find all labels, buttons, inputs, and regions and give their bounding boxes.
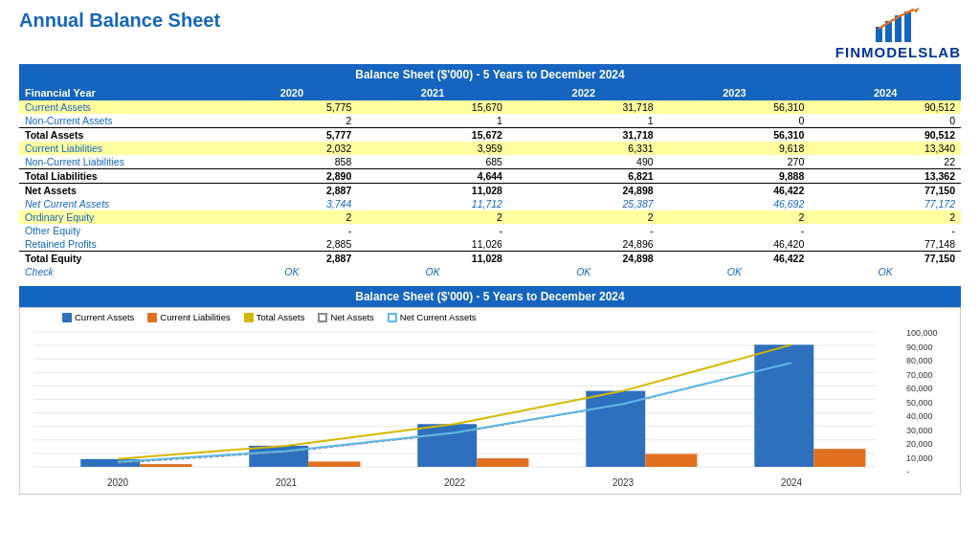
chart-svg: 20202021202220232024 <box>24 326 904 494</box>
y-axis-label: 30,000 <box>906 426 938 435</box>
table-row: Total Liabilities <box>19 169 226 184</box>
y-axis-label: 10,000 <box>906 453 938 463</box>
logo-area: FINMODELSLAB <box>835 8 961 60</box>
svg-text:2023: 2023 <box>612 477 635 488</box>
table-cell: 2,887 <box>226 184 357 198</box>
chart-section: Balance Sheet ($'000) - 5 Years to Decem… <box>19 286 961 495</box>
table-cell: - <box>810 224 961 237</box>
table-header-bar: Balance Sheet ($'000) - 5 Years to Decem… <box>19 64 961 85</box>
table-row: Ordinary Equity <box>19 210 226 224</box>
svg-rect-24 <box>645 453 697 467</box>
table-row: Current Liabilities <box>19 142 226 155</box>
table-section: Balance Sheet ($'000) - 5 Years to Decem… <box>19 64 961 278</box>
y-axis-label: 20,000 <box>906 439 938 449</box>
table-cell: 490 <box>508 155 659 169</box>
legend-item: Current Assets <box>62 312 134 322</box>
table-cell: 56,310 <box>659 100 811 114</box>
table-cell: 11,026 <box>357 237 508 252</box>
svg-rect-21 <box>140 464 191 467</box>
table-cell: 90,512 <box>810 100 961 114</box>
col-header-label: Financial Year <box>19 85 226 100</box>
svg-text:2022: 2022 <box>444 477 466 488</box>
table-cell: OK <box>226 265 357 278</box>
table-cell: 685 <box>357 155 508 169</box>
table-cell: 31,718 <box>508 128 659 143</box>
table-cell: 24,898 <box>508 252 659 266</box>
header-area: Annual Balance Sheet FINMODELSLAB <box>19 8 961 60</box>
table-cell: 9,618 <box>659 142 811 155</box>
y-axis-label: 90,000 <box>906 342 938 352</box>
table-cell: 46,422 <box>659 252 811 266</box>
y-axis-label: 80,000 <box>906 356 938 365</box>
table-cell: 0 <box>659 114 811 128</box>
logo-icon <box>874 8 922 44</box>
y-axis-label: 60,000 <box>906 384 938 393</box>
logo-text: FINMODELSLAB <box>835 44 961 60</box>
table-cell: OK <box>810 265 961 278</box>
table-cell: 77,172 <box>810 197 961 210</box>
table-cell: 2 <box>810 210 961 224</box>
table-cell: 77,150 <box>810 252 961 266</box>
svg-rect-23 <box>477 458 528 467</box>
table-cell: 0 <box>810 114 961 128</box>
legend-item: Net Assets <box>318 312 373 322</box>
table-cell: 6,821 <box>508 169 659 184</box>
page: Annual Balance Sheet FINMODELSLAB Balanc… <box>0 0 980 552</box>
svg-rect-25 <box>813 449 865 467</box>
col-header-2022: 2022 <box>508 85 659 100</box>
legend-item: Total Assets <box>244 312 305 322</box>
table-cell: - <box>226 224 357 237</box>
chart-legend: Current AssetsCurrent LiabilitiesTotal A… <box>24 312 956 322</box>
table-cell: 15,670 <box>357 100 508 114</box>
table-cell: 1 <box>508 114 659 128</box>
table-cell: - <box>508 224 659 237</box>
table-cell: 2 <box>357 210 508 224</box>
table-cell: 56,310 <box>659 128 811 143</box>
table-row: Non-Current Liabilities <box>19 155 226 169</box>
y-axis: 100,00090,00080,00070,00060,00050,00040,… <box>904 326 942 494</box>
svg-marker-4 <box>914 8 920 13</box>
table-cell: 46,422 <box>659 184 811 198</box>
table-cell: 2 <box>508 210 659 224</box>
table-cell: 3,744 <box>226 197 357 210</box>
legend-item: Current Liabilities <box>147 312 230 322</box>
table-cell: 2,887 <box>226 252 357 266</box>
table-cell: 3,959 <box>357 142 508 155</box>
table-cell: 4,644 <box>357 169 508 184</box>
col-header-2020: 2020 <box>226 85 357 100</box>
table-cell: 31,718 <box>508 100 659 114</box>
table-cell: 77,150 <box>810 184 961 198</box>
table-cell: 6,331 <box>508 142 659 155</box>
y-axis-label: 40,000 <box>906 411 938 421</box>
table-row: Net Current Assets <box>19 197 226 210</box>
y-axis-label: - <box>906 467 938 476</box>
table-cell: 25,387 <box>508 197 659 210</box>
col-header-2023: 2023 <box>659 85 811 100</box>
table-cell: OK <box>659 265 811 278</box>
chart-header-bar: Balance Sheet ($'000) - 5 Years to Decem… <box>19 286 961 307</box>
svg-rect-22 <box>308 461 360 467</box>
table-row: Other Equity <box>19 224 226 237</box>
table-cell: 15,672 <box>357 128 508 143</box>
svg-text:2020: 2020 <box>107 477 129 488</box>
table-cell: 46,692 <box>659 197 811 210</box>
y-axis-label: 100,000 <box>906 328 938 338</box>
table-cell: 13,362 <box>810 169 961 184</box>
y-axis-label: 70,000 <box>906 370 938 380</box>
table-cell: 46,420 <box>659 237 811 252</box>
table-cell: 858 <box>226 155 357 169</box>
svg-text:2024: 2024 <box>781 477 803 488</box>
table-row: Retained Profits <box>19 237 226 252</box>
table-row: Non-Current Assets <box>19 114 226 128</box>
balance-sheet-table: Financial Year 2020 2021 2022 2023 2024 … <box>19 85 961 278</box>
svg-rect-19 <box>586 391 645 467</box>
table-cell: 5,777 <box>226 128 357 143</box>
table-cell: 9,888 <box>659 169 811 184</box>
table-row: Total Assets <box>19 128 226 143</box>
table-cell: 2,885 <box>226 237 357 252</box>
table-cell: 24,896 <box>508 237 659 252</box>
table-cell: 2 <box>659 210 811 224</box>
table-cell: 270 <box>659 155 811 169</box>
y-axis-label: 50,000 <box>906 398 938 408</box>
table-cell: OK <box>357 265 508 278</box>
